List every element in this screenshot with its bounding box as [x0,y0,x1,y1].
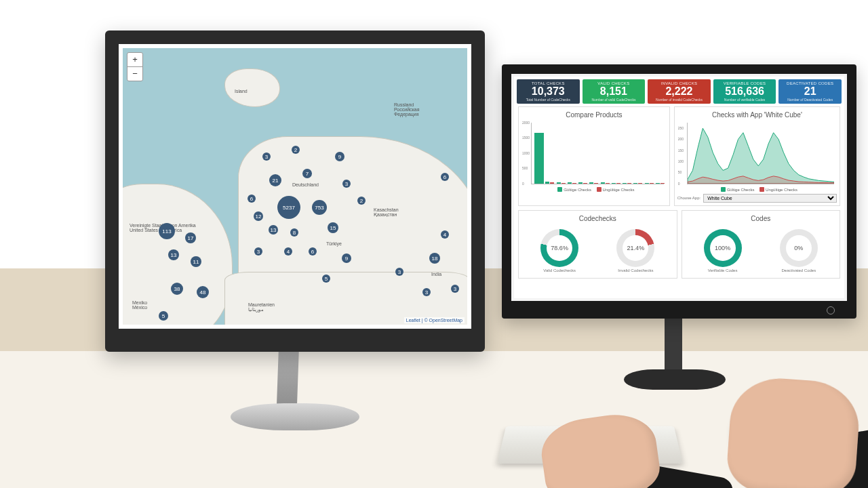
map-cluster-bubble[interactable]: 17 [185,232,196,243]
codes-title: Codes [685,215,837,222]
map-cluster-bubble[interactable]: 113 [159,223,175,239]
map-cluster-bubble[interactable]: 9 [335,152,344,161]
map-label: Deutschland [292,182,319,187]
hand [725,375,861,488]
zoom-out-button[interactable]: − [127,66,142,81]
map-cluster-bubble[interactable]: 3 [451,285,459,293]
donut-label: Verifiable Codes [704,268,742,272]
compare-products-chart[interactable]: 0500100015002000 [531,123,664,184]
map-cluster-bubble[interactable]: 5 [159,311,168,321]
legend-swatch-icon [597,187,601,192]
map-cluster-bubble[interactable]: 38 [171,283,183,295]
donut-deactivated-codes[interactable]: 0% [780,229,818,267]
power-led-icon [827,306,835,314]
donut-invalid-codechecks[interactable]: 21.4% [616,229,654,267]
compare-products-panel: Compare Products 0500100015002000 Gültig… [518,106,670,206]
donut-label: Valid Codechecks [540,268,578,272]
map-cluster-bubble[interactable]: 6 [309,247,317,256]
monitor-left: + − Island Russland Российская Федерация… [105,30,485,352]
legend-swatch-icon [760,187,764,192]
kpi-deactivated-codes[interactable]: DEACTIVATED CODES21Number of Deactivated… [778,79,842,104]
map-cluster-bubble[interactable]: 3 [395,268,403,276]
world-map[interactable]: + − Island Russland Российская Федерация… [123,48,467,325]
map-cluster-bubble[interactable]: 753 [312,200,327,215]
app-select[interactable]: White Cube [703,194,837,203]
compare-legend: Gültige Checks Ungültige Checks [521,187,667,192]
landmass [224,68,280,107]
workspace-photo: + − Island Russland Российская Федерация… [0,0,868,488]
map-cluster-bubble[interactable]: 2 [357,197,366,205]
map-cluster-bubble[interactable]: 9 [342,253,351,263]
map-cluster-bubble[interactable]: 3 [342,180,351,188]
map-label: Russland Российская Федерация [394,102,419,117]
codes-panel: Codes 100% Verifiable Codes 0% Deactivat… [682,210,841,279]
map-label: Mauretanien موريتانيا [248,302,275,312]
map-cluster-bubble[interactable]: 21 [269,174,281,186]
legend-swatch-icon [721,187,726,192]
map-cluster-bubble[interactable]: 18 [429,253,440,264]
kpi-valid-checks[interactable]: VALID CHECKS8,151Number of valid CodeChe… [583,79,646,104]
analytics-dashboard: TOTAL CHECKS10,373Total Number of CodeCh… [514,77,844,298]
hand [537,409,663,488]
map-cluster-bubble[interactable]: 4 [284,247,292,256]
timeseries-panel: Checks with App 'White Cube' 05010015020… [674,106,840,206]
kpi-cards: TOTAL CHECKS10,373Total Number of CodeCh… [514,77,844,106]
kpi-total-checks[interactable]: TOTAL CHECKS10,373Total Number of CodeCh… [517,79,580,104]
map-cluster-bubble[interactable]: 3 [254,247,262,256]
map-label: Island [235,89,248,94]
map-cluster-bubble[interactable]: 11 [191,256,201,267]
map-cluster-bubble[interactable]: 5237 [277,196,300,219]
kpi-verifiable-codes[interactable]: VERIFIABLE CODES516,636Number of verifia… [713,79,776,104]
zoom-in-button[interactable]: + [127,53,142,66]
donut-verifiable-codes[interactable]: 100% [704,229,742,267]
compare-products-title: Compare Products [521,111,667,119]
map-cluster-bubble[interactable]: 7 [302,169,312,178]
map-cluster-bubble[interactable]: 3 [422,288,431,296]
map-label: Mexiko México [132,300,147,310]
app-select-label: Choose App: [677,196,701,200]
map-cluster-bubble[interactable]: 6 [441,173,449,181]
map-cluster-bubble[interactable]: 15 [328,222,338,233]
donut-label: Deactivated Codes [780,268,818,272]
monitor-right: TOTAL CHECKS10,373Total Number of CodeCh… [502,64,856,319]
map-cluster-bubble[interactable]: 13 [269,225,278,235]
map-cluster-bubble[interactable]: 5 [322,274,330,283]
donut-label: Invalid Codechecks [616,268,654,272]
codechecks-title: Codechecks [521,215,674,222]
map-cluster-bubble[interactable]: 12 [254,211,263,221]
map-label: India [431,272,441,277]
timeseries-title: Checks with App 'White Cube' [677,111,837,119]
map-cluster-bubble[interactable]: 48 [197,286,209,298]
map-cluster-bubble[interactable]: 8 [290,228,298,237]
monitor-right-stand [651,312,698,407]
map-cluster-bubble[interactable]: 6 [248,195,256,203]
donut-valid-codechecks[interactable]: 78.6% [540,229,578,267]
map-cluster-bubble[interactable]: 13 [168,249,179,260]
legend-swatch-icon [557,187,562,192]
map-label: Kasachstan Қазақстан [374,207,399,218]
timeseries-legend: Gültige Checks Ungültige Checks [677,187,837,192]
map-cluster-bubble[interactable]: 2 [292,146,300,154]
timeseries-chart[interactable]: 050100150200250 [687,123,834,184]
codechecks-panel: Codechecks 78.6% Valid Codechecks 21.4% … [518,210,677,279]
map-cluster-bubble[interactable]: 3 [262,152,271,161]
map-label: Türkiye [326,241,342,246]
monitor-left-stand [251,346,326,434]
map-cluster-bubble[interactable]: 4 [441,230,449,239]
kpi-invalid-checks[interactable]: INVALID CHECKS2,222Number of invalid Cod… [648,79,711,104]
map-zoom-control: + − [127,52,143,81]
map-attribution: Leaflet | © OpenStreetMap [404,317,465,323]
